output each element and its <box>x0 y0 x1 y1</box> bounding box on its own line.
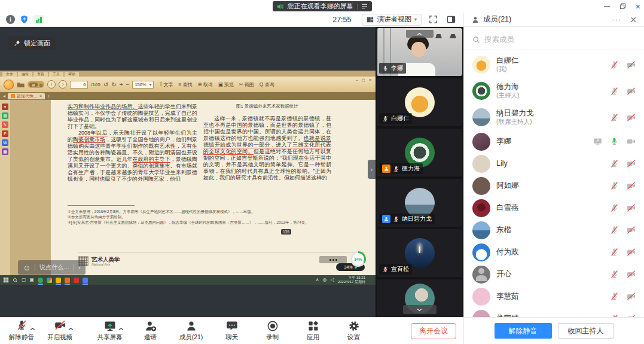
pdf-export-icon[interactable]: P <box>2 130 8 137</box>
reader-tool-button[interactable]: Q查询 <box>260 81 274 88</box>
previous-page-button[interactable]: ‹ <box>47 80 56 89</box>
floating-assistant-pill[interactable] <box>319 256 347 263</box>
camera-icon[interactable] <box>627 292 636 301</box>
memory-usage-ring[interactable]: 34% <box>350 251 366 267</box>
task-view-icon[interactable]: ▢ <box>22 278 26 282</box>
mic-icon[interactable] <box>610 292 619 301</box>
close-button[interactable]: × <box>636 2 640 11</box>
browser-app-icon[interactable] <box>38 278 43 283</box>
reader-tool-button[interactable]: ≡查找 <box>179 81 193 88</box>
emoji-icon[interactable]: ☺ <box>23 264 30 272</box>
rotate-right-icon[interactable]: ↻ <box>111 81 116 88</box>
video-tile[interactable] <box>377 279 462 317</box>
meeting-info-icon[interactable]: i <box>6 15 15 24</box>
member-row[interactable]: 娄宝嫣 <box>472 308 636 317</box>
reader-tool-button[interactable]: ✂截图 <box>239 81 254 88</box>
mic-icon[interactable] <box>610 159 619 168</box>
mic-icon[interactable] <box>610 203 619 212</box>
start-video-button[interactable]: 开启视频 <box>47 320 73 342</box>
taskbar-search-icon[interactable] <box>13 278 18 283</box>
member-row[interactable]: 纳日碧力戈 (联席主持人) <box>472 104 636 130</box>
zoom-in-icon[interactable]: + <box>120 81 123 88</box>
reader-logo-icon[interactable] <box>4 80 14 90</box>
member-row[interactable]: 阿如娜 <box>472 175 636 197</box>
notes-icon[interactable]: ✎ <box>2 121 8 128</box>
bookmarks-icon[interactable]: ▾ <box>2 103 8 110</box>
record-button[interactable]: 录制 <box>260 320 286 342</box>
next-page-button[interactable]: › <box>59 80 67 89</box>
unmute-button[interactable]: 解除静音 <box>8 320 35 342</box>
rotate-left-icon[interactable]: ↺ <box>103 81 108 88</box>
collapse-chat-icon[interactable]: ‹ <box>78 264 81 271</box>
zoom-out-icon[interactable]: − <box>126 81 130 88</box>
mic-icon[interactable] <box>610 181 619 190</box>
mic-icon[interactable] <box>610 87 619 96</box>
network-signal-icon[interactable] <box>33 15 44 24</box>
mic-icon[interactable] <box>610 137 619 146</box>
page-number-input[interactable]: 6 <box>70 81 88 89</box>
close-tab-icon[interactable]: × <box>39 94 42 98</box>
camera-icon[interactable] <box>627 226 636 235</box>
reader-tool-button[interactable]: ⊕取词 <box>198 81 213 88</box>
more-options-icon[interactable]: ··· <box>612 15 621 24</box>
camera-icon[interactable] <box>627 270 636 279</box>
settings-button[interactable]: 设置 <box>341 320 367 342</box>
camera-icon[interactable] <box>627 203 636 212</box>
watching-screen-pill[interactable]: 您正在观看李娜的屏幕 <box>273 1 372 11</box>
expand-sidebar-handle[interactable]: › <box>368 160 376 179</box>
camera-icon[interactable] <box>627 137 636 146</box>
image-export-icon[interactable]: ▦ <box>2 148 8 155</box>
word-export-icon[interactable]: W <box>2 139 8 146</box>
reader-tool-button[interactable]: T文字 <box>159 81 173 88</box>
video-tile[interactable]: 德力海 <box>377 129 462 176</box>
member-row[interactable]: 白雪燕 <box>472 197 636 219</box>
view-mode-button[interactable]: 演讲者视图 ▾ <box>362 14 422 26</box>
reader-tool-button[interactable]: ▣预览 <box>218 81 234 88</box>
security-shield-icon[interactable] <box>20 15 29 24</box>
reader-window-controls[interactable]: – ▢ ✕ <box>356 78 373 83</box>
apps-button[interactable]: 应用 <box>300 320 326 342</box>
reader-menu-tab[interactable]: 文件 <box>2 72 17 77</box>
zoom-level-select[interactable]: 150%▾ <box>132 81 154 89</box>
mic-icon[interactable] <box>610 113 619 122</box>
mic-icon[interactable] <box>610 270 619 279</box>
taskbar-pinned-icon[interactable]: ▣ <box>30 278 35 282</box>
member-row[interactable]: 李慧茹 <box>472 285 636 308</box>
taskbar-clock[interactable]: 下午 15:21 2022/4/17 星期日 <box>338 276 365 284</box>
lock-view-button[interactable]: 锁定画面 <box>8 36 56 50</box>
start-button-icon[interactable] <box>3 277 9 283</box>
reader-app-icon[interactable] <box>65 278 70 283</box>
reader-menu-tab[interactable]: 编辑 <box>18 72 32 77</box>
show-desktop-strip[interactable] <box>371 276 373 284</box>
member-row[interactable]: 东楷 <box>472 219 636 241</box>
tab-scroll-left-icon[interactable]: ◂ <box>3 93 5 99</box>
camera-icon[interactable] <box>627 60 636 69</box>
restore-button[interactable] <box>619 3 626 10</box>
collapse-videos-button[interactable] <box>406 30 434 38</box>
member-row[interactable]: 开心 <box>472 263 636 285</box>
powerpoint-app-icon[interactable] <box>74 278 79 283</box>
reader-sidebar[interactable]: ▾ ▤ ✎ P W ▦ <box>0 100 10 275</box>
page-mode-toggle[interactable]: ▤▥ <box>28 81 44 88</box>
leave-meeting-button[interactable]: 离开会议 <box>411 323 456 339</box>
share-screen-button[interactable]: 共享屏幕 <box>97 320 123 342</box>
reader-menu-tabs[interactable]: 文件编辑查看工具帮助 <box>0 71 376 77</box>
member-row[interactable]: 李娜 <box>472 130 636 153</box>
close-panel-icon[interactable]: ✕ <box>630 15 637 25</box>
camera-icon[interactable] <box>627 159 636 168</box>
chat-button[interactable]: 聊天 <box>219 320 245 342</box>
search-members-input[interactable]: 搜索成员 <box>472 32 636 47</box>
outline-icon[interactable]: ▤ <box>2 112 8 119</box>
tray-expand-icon[interactable]: ∧ <box>316 278 319 282</box>
video-tile[interactable]: 李娜 <box>377 28 462 76</box>
share-options-chevron[interactable] <box>118 322 124 333</box>
chat-placeholder[interactable]: 说点什么… <box>39 263 69 272</box>
panel-unmute-button[interactable]: 解除静音 <box>495 323 552 339</box>
camera-icon[interactable] <box>627 87 636 96</box>
reclaim-host-button[interactable]: 收回主持人 <box>558 323 614 339</box>
side-panel-toggle-button[interactable] <box>444 14 457 26</box>
member-row[interactable]: 白娜仁 (我) <box>472 51 636 78</box>
invite-button[interactable]: 邀请 <box>138 320 164 342</box>
mic-icon[interactable] <box>610 248 619 257</box>
expand-videos-button[interactable] <box>403 305 437 314</box>
